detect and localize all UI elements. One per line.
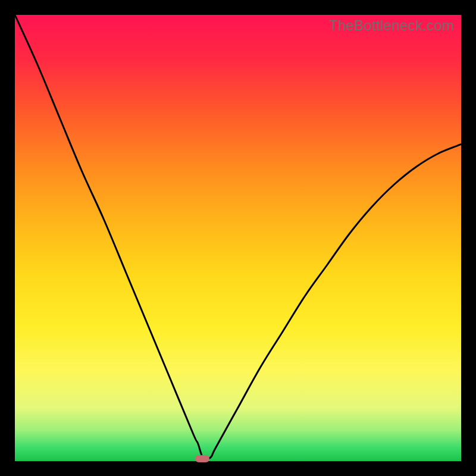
chart-frame: TheBottleneck.com	[0, 0, 476, 476]
plot-area: TheBottleneck.com	[15, 15, 461, 461]
optimum-marker	[195, 455, 209, 462]
bottleneck-curve	[15, 15, 461, 461]
